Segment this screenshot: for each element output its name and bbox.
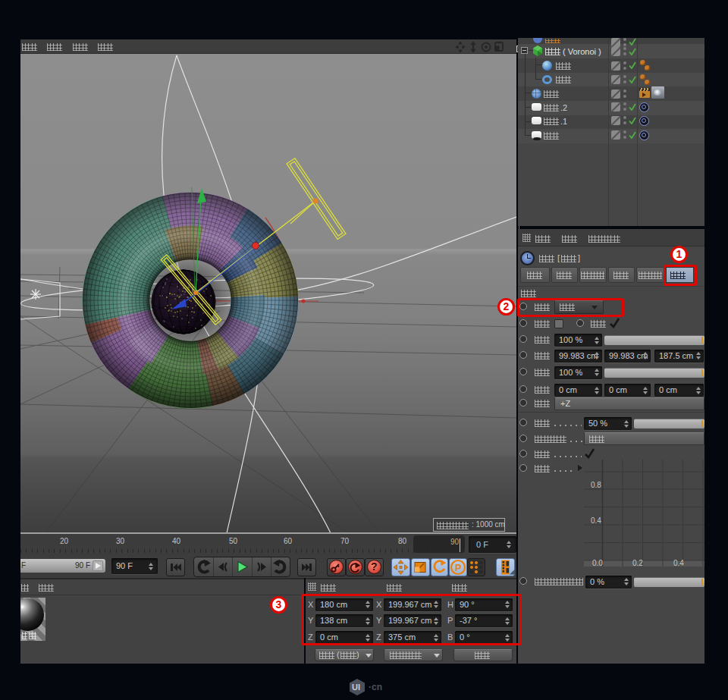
svg-text:P: P bbox=[455, 563, 461, 573]
svg-text:UI: UI bbox=[352, 683, 360, 692]
